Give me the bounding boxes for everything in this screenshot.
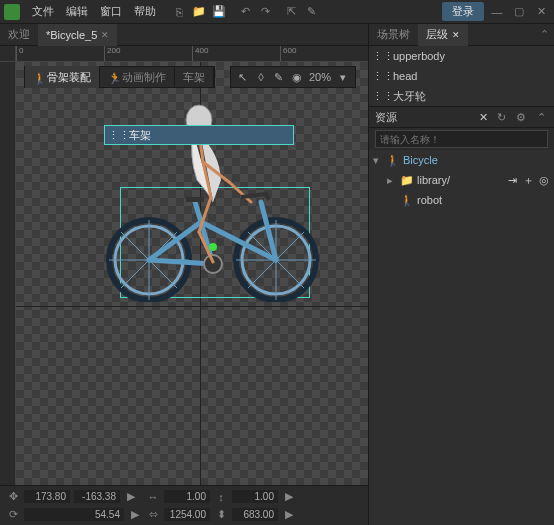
export-icon[interactable]: ⇱ — [282, 3, 300, 21]
origin-axis-x — [16, 306, 368, 307]
import-icon[interactable]: ⇥ — [506, 174, 518, 186]
height[interactable]: 683.00 — [232, 508, 278, 521]
add-icon[interactable]: ＋ — [522, 174, 534, 186]
expand-icon[interactable]: ⌃ — [534, 110, 548, 124]
new-file-icon[interactable]: ⎘ — [170, 3, 188, 21]
minimize-icon[interactable]: ― — [488, 3, 506, 21]
menubar: 文件 编辑 窗口 帮助 ⎘ 📁 💾 ↶ ↷ ⇱ ✎ 登录 ― ▢ ✕ — [0, 0, 554, 24]
ruler-horizontal: 0 200 400 600 — [16, 46, 368, 62]
asset-item[interactable]: 🚶 robot — [369, 190, 554, 210]
menu-help[interactable]: 帮助 — [128, 4, 162, 19]
expand-icon[interactable]: ▸ — [387, 174, 397, 187]
menu-file[interactable]: 文件 — [26, 4, 60, 19]
collapse-icon[interactable]: ▾ — [373, 154, 383, 167]
tab-welcome[interactable]: 欢迎 — [0, 24, 38, 46]
svg-rect-22 — [186, 197, 204, 202]
right-panel-tabs: 场景树 层级✕ ⌃ — [369, 24, 554, 46]
person-icon: 🚶 — [401, 194, 413, 206]
mode-anim[interactable]: 🏃动画制作 — [100, 66, 175, 88]
hierarchy-node-selected[interactable]: ⋮⋮车架 — [104, 125, 294, 145]
svg-point-21 — [209, 243, 217, 251]
height-icon: ⬍ — [214, 508, 228, 522]
bone-icon: ⋮⋮ — [377, 50, 389, 62]
zoom-value[interactable]: 20% — [307, 71, 333, 83]
bone-icon: ⋮⋮ — [377, 90, 389, 102]
bone-icon: ⋮⋮ — [377, 70, 389, 82]
save-icon[interactable]: 💾 — [210, 3, 228, 21]
move-icon: ✥ — [6, 490, 20, 504]
tab-label: 欢迎 — [8, 27, 30, 42]
svg-line-20 — [229, 182, 251, 202]
lasso-icon[interactable]: ◊ — [253, 69, 269, 85]
hierarchy-node[interactable]: ⋮⋮大牙轮 — [369, 86, 554, 106]
asset-root[interactable]: ▾ 🚶 Bicycle — [369, 150, 554, 170]
svg-point-12 — [204, 255, 222, 273]
tab-close-icon[interactable]: ✕ — [452, 30, 460, 40]
viewport[interactable]: 0 200 400 600 — [0, 46, 368, 485]
mode-frame[interactable]: 车架 — [175, 66, 214, 88]
tab-current-doc[interactable]: *Bicycle_5 ✕ — [38, 24, 117, 46]
panel-title: 资源 — [375, 110, 473, 125]
menu-edit[interactable]: 编辑 — [60, 4, 94, 19]
pos-x[interactable]: 173.80 — [24, 490, 70, 503]
assets-search — [369, 128, 554, 150]
search-input[interactable] — [375, 130, 548, 148]
asset-folder[interactable]: ▸ 📁 library/ ⇥ ＋ ◎ — [369, 170, 554, 190]
refresh-icon[interactable]: ↻ — [494, 110, 508, 124]
scale-x[interactable]: 1.00 — [164, 490, 210, 503]
assets-panel-header: 资源 ✕ ↻ ⚙ ⌃ — [369, 106, 554, 128]
open-file-icon[interactable]: 📁 — [190, 3, 208, 21]
assets-tree: ▾ 🚶 Bicycle ▸ 📁 library/ ⇥ ＋ ◎ 🚶 — [369, 150, 554, 525]
tab-hierarchy[interactable]: 层级✕ — [418, 24, 468, 46]
eye-icon[interactable]: ◉ — [289, 69, 305, 85]
rotate-icon: ⟳ — [6, 508, 20, 522]
tab-scene-tree[interactable]: 场景树 — [369, 24, 418, 46]
play-icon[interactable]: ▶ — [282, 508, 296, 522]
locate-icon[interactable]: ◎ — [538, 174, 550, 186]
document-tabs: 欢迎 *Bicycle_5 ✕ — [0, 24, 368, 46]
gear-icon[interactable]: ⚙ — [514, 110, 528, 124]
ruler-vertical — [0, 62, 16, 485]
menu-window[interactable]: 窗口 — [94, 4, 128, 19]
width-icon: ⬄ — [146, 508, 160, 522]
bone-icon: ⋮⋮ — [113, 129, 125, 141]
mode-bar: 🚶骨架装配 🏃动画制作 车架 — [24, 66, 215, 88]
scale-y-icon: ↕ — [214, 490, 228, 504]
folder-icon: 📁 — [401, 174, 413, 186]
panel-close-icon[interactable]: ✕ — [479, 111, 488, 124]
dropdown-icon[interactable]: ▾ — [335, 69, 351, 85]
person-icon: 🚶 — [387, 154, 399, 166]
ruler-corner — [0, 46, 16, 62]
pointer-icon[interactable]: ↖ — [235, 69, 251, 85]
undo-icon[interactable]: ↶ — [236, 3, 254, 21]
expand-icon[interactable]: ⌃ — [534, 28, 554, 41]
hierarchy-node[interactable]: ⋮⋮head — [369, 66, 554, 86]
close-icon[interactable]: ✕ — [532, 3, 550, 21]
maximize-icon[interactable]: ▢ — [510, 3, 528, 21]
tab-label: *Bicycle_5 — [46, 29, 97, 41]
width[interactable]: 1254.00 — [164, 508, 210, 521]
run-icon: 🏃 — [108, 72, 118, 82]
redo-icon[interactable]: ↷ — [256, 3, 274, 21]
app-logo — [4, 4, 20, 20]
play-icon[interactable]: ▶ — [128, 508, 142, 522]
tool-bar: ↖ ◊ ✎ ◉ 20% ▾ — [230, 66, 356, 88]
status-bar: ✥173.80-163.38▶ ⟳54.54▶ ↔1.00↕1.00▶ ⬄125… — [0, 485, 368, 525]
hierarchy-node[interactable]: ⋮⋮upperbody — [369, 46, 554, 66]
hierarchy-tree: ⋮⋮upperbody ⋮⋮head ⋮⋮大牙轮 ⋮⋮车架 — [369, 46, 554, 106]
login-button[interactable]: 登录 — [442, 2, 484, 21]
pos-y[interactable]: -163.38 — [74, 490, 120, 503]
play-icon[interactable]: ▶ — [124, 490, 138, 504]
rotation[interactable]: 54.54 — [24, 508, 124, 521]
play-icon[interactable]: ▶ — [282, 490, 296, 504]
tab-close-icon[interactable]: ✕ — [101, 30, 109, 40]
brush-icon[interactable]: ✎ — [271, 69, 287, 85]
edit-icon[interactable]: ✎ — [302, 3, 320, 21]
mode-rig[interactable]: 🚶骨架装配 — [25, 66, 100, 88]
scale-x-icon: ↔ — [146, 490, 160, 504]
scale-y[interactable]: 1.00 — [232, 490, 278, 503]
person-icon: 🚶 — [33, 72, 43, 82]
